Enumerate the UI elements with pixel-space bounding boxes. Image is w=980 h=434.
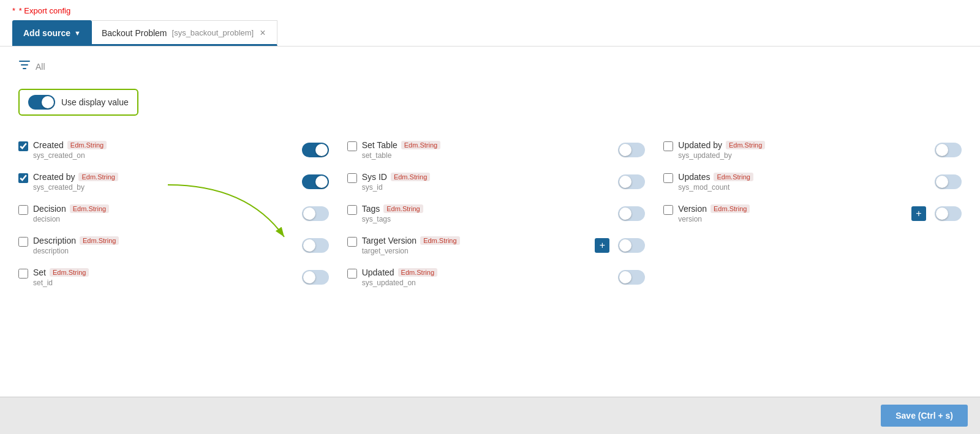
tabs-row: Add source ▼ Backout Problem [sys_backou… — [12, 20, 968, 46]
field-set-table-name: Set Table Edm.String — [362, 140, 441, 150]
field-created-name: Created Edm.String — [33, 140, 107, 150]
updated-by-toggle[interactable] — [935, 143, 962, 157]
field-updates-left: Updates Edm.String sys_mod_count — [663, 172, 935, 192]
field-version-left: Version Edm.String version — [663, 204, 911, 223]
field-set-name: Set Edm.String — [33, 268, 89, 277]
field-updated-by-checkbox[interactable] — [663, 141, 673, 151]
field-tags-checkbox[interactable] — [347, 205, 357, 215]
top-bar: * * Export config Add source ▼ Backout P… — [0, 0, 980, 47]
field-updates-checkbox[interactable] — [663, 173, 673, 183]
field-target-version: Target Version Edm.String target_version… — [347, 230, 646, 261]
field-tags-right — [618, 206, 645, 221]
field-updated-by-right — [935, 143, 962, 157]
updates-toggle[interactable] — [935, 174, 962, 189]
export-config-text: * Export config — [19, 6, 71, 15]
field-sys-id-checkbox[interactable] — [347, 173, 357, 183]
field-description-right — [302, 238, 329, 253]
tab-table-name: Backout Problem — [102, 28, 167, 38]
tab-sys-name: [sys_backout_problem] — [172, 28, 254, 37]
export-config-label: * * Export config — [12, 6, 968, 15]
field-decision-info: Decision Edm.String decision — [33, 204, 109, 223]
field-set-info: Set Edm.String set_id — [33, 268, 89, 287]
field-created-by-info: Created by Edm.String sys_created_by — [33, 172, 118, 192]
field-tags-left: Tags Edm.String sys_tags — [347, 204, 619, 223]
field-updated-info: Updated Edm.String sys_updated_on — [362, 268, 437, 287]
field-target-version-name: Target Version Edm.String — [362, 236, 460, 245]
field-version-right: + — [911, 206, 962, 221]
field-target-version-checkbox[interactable] — [347, 237, 357, 247]
field-updates-info: Updates Edm.String sys_mod_count — [678, 172, 753, 192]
field-updated-by-name: Updated by Edm.String — [678, 140, 765, 150]
filter-icon — [18, 59, 31, 74]
field-tags: Tags Edm.String sys_tags — [347, 198, 646, 230]
field-sys-id-right — [618, 174, 645, 189]
field-updated: Updated Edm.String sys_updated_on — [347, 261, 646, 293]
field-created-by-name: Created by Edm.String — [33, 172, 118, 182]
tab-close-button[interactable]: × — [258, 28, 266, 38]
field-set-right — [302, 270, 329, 285]
field-created-by: Created by Edm.String sys_created_by — [18, 166, 329, 198]
field-column-2: Set Table Edm.String set_table — [335, 134, 646, 293]
field-version: Version Edm.String version + — [663, 198, 962, 230]
set-table-toggle[interactable] — [618, 143, 645, 157]
field-sys-id: Sys ID Edm.String sys_id — [347, 166, 646, 198]
target-version-toggle[interactable] — [618, 238, 645, 253]
field-description-checkbox[interactable] — [18, 237, 28, 247]
description-toggle[interactable] — [302, 238, 329, 253]
field-set-left: Set Edm.String set_id — [18, 268, 302, 287]
field-updated-right — [618, 270, 645, 285]
field-column-3: Updated by Edm.String sys_updated_by — [651, 134, 962, 293]
field-target-version-left: Target Version Edm.String target_version — [347, 236, 595, 255]
chevron-down-icon: ▼ — [74, 29, 81, 37]
version-plus-button[interactable]: + — [911, 206, 926, 221]
field-column-1: Created Edm.String sys_created_on — [18, 134, 329, 293]
created-by-toggle[interactable] — [302, 174, 329, 189]
tags-toggle[interactable] — [618, 206, 645, 221]
decision-toggle[interactable] — [302, 206, 329, 221]
target-version-plus-button[interactable]: + — [595, 238, 609, 253]
updated-toggle[interactable] — [618, 270, 645, 285]
version-toggle[interactable] — [935, 206, 962, 221]
field-updated-by: Updated by Edm.String sys_updated_by — [663, 134, 962, 166]
field-decision-name: Decision Edm.String — [33, 204, 109, 214]
display-value-toggle[interactable] — [28, 95, 55, 110]
tab-backout-problem[interactable]: Backout Problem [sys_backout_problem] × — [92, 20, 277, 46]
field-decision-checkbox[interactable] — [18, 205, 28, 215]
field-sys-id-name: Sys ID Edm.String — [362, 172, 431, 182]
field-set-table-left: Set Table Edm.String set_table — [347, 140, 619, 160]
sys-id-toggle[interactable] — [618, 174, 645, 189]
field-version-name: Version Edm.String — [678, 204, 750, 214]
save-button[interactable]: Save (Ctrl + s) — [881, 405, 968, 427]
field-created-by-checkbox[interactable] — [18, 173, 28, 183]
field-set-table: Set Table Edm.String set_table — [347, 134, 646, 166]
field-set-table-checkbox[interactable] — [347, 141, 357, 151]
field-sys-id-left: Sys ID Edm.String sys_id — [347, 172, 619, 192]
tab-underline — [92, 44, 277, 45]
field-sys-id-info: Sys ID Edm.String sys_id — [362, 172, 431, 192]
field-target-version-right: + — [595, 238, 645, 253]
field-decision-left: Decision Edm.String decision — [18, 204, 302, 223]
field-target-version-info: Target Version Edm.String target_version — [362, 236, 460, 255]
field-updates-right — [935, 174, 962, 189]
add-source-button[interactable]: Add source ▼ — [12, 20, 92, 46]
display-value-toggle-wrapper[interactable]: Use display value — [18, 89, 138, 116]
fields-section: Created Edm.String sys_created_on — [18, 134, 962, 293]
field-tags-info: Tags Edm.String sys_tags — [362, 204, 423, 223]
field-decision-right — [302, 206, 329, 221]
created-toggle[interactable] — [302, 143, 329, 157]
field-set-table-info: Set Table Edm.String set_table — [362, 140, 441, 160]
field-tags-name: Tags Edm.String — [362, 204, 423, 214]
filter-row: All — [18, 59, 962, 74]
field-created-checkbox[interactable] — [18, 141, 28, 151]
set-toggle[interactable] — [302, 270, 329, 285]
field-created-by-left: Created by Edm.String sys_created_by — [18, 172, 302, 192]
field-description: Description Edm.String description — [18, 230, 329, 261]
field-set-checkbox[interactable] — [18, 269, 28, 279]
add-source-label: Add source — [23, 28, 70, 38]
field-description-info: Description Edm.String description — [33, 236, 119, 255]
field-updated-name: Updated Edm.String — [362, 268, 437, 277]
field-created-right — [302, 143, 329, 157]
field-version-checkbox[interactable] — [663, 205, 673, 215]
field-updated-checkbox[interactable] — [347, 269, 357, 279]
field-set-table-right — [618, 143, 645, 157]
